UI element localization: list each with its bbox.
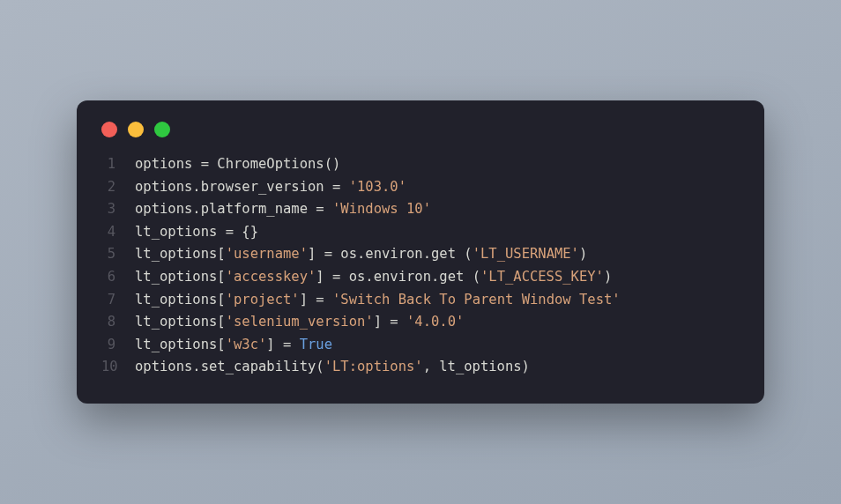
- maximize-icon[interactable]: [154, 122, 170, 137]
- code-token: os.environ.get (: [340, 269, 480, 285]
- code-line: 2options.browser_version = '103.0': [101, 176, 740, 199]
- code-token: options.browser_version: [135, 179, 332, 195]
- line-number: 2: [101, 176, 135, 199]
- code-line: 10options.set_capability('LT:options', l…: [101, 356, 740, 379]
- code-token: '4.0.0': [406, 314, 464, 330]
- code-token: 'username': [226, 246, 308, 262]
- code-token: options.set_capability(: [135, 359, 324, 374]
- code-line: 3options.platform_name = 'Windows 10': [101, 198, 740, 221]
- line-content: lt_options['accesskey'] = os.environ.get…: [135, 266, 612, 289]
- code-token: {}: [234, 224, 258, 240]
- code-token: ]: [266, 337, 283, 352]
- code-token: 'LT_ACCESS_KEY': [480, 269, 604, 285]
- code-token: lt_options[: [135, 292, 226, 308]
- code-token: 'project': [226, 292, 300, 308]
- code-token: ]: [316, 269, 332, 285]
- code-token: 'LT_USERNAME': [473, 246, 579, 262]
- code-token: =: [332, 179, 340, 195]
- code-token: =: [324, 246, 332, 262]
- code-token: =: [201, 156, 209, 172]
- line-content: lt_options['w3c'] = True: [135, 334, 332, 357]
- code-block: 1options = ChromeOptions()2options.brows…: [101, 153, 740, 379]
- line-content: options.set_capability('LT:options', lt_…: [135, 356, 530, 379]
- minimize-icon[interactable]: [128, 122, 144, 137]
- line-number: 4: [101, 221, 135, 244]
- code-window: 1options = ChromeOptions()2options.brows…: [77, 100, 764, 404]
- code-line: 4lt_options = {}: [101, 221, 740, 244]
- line-content: lt_options['username'] = os.environ.get …: [135, 243, 587, 266]
- code-token: ]: [300, 292, 316, 308]
- code-line: 9lt_options['w3c'] = True: [101, 334, 740, 357]
- code-token: options.platform_name: [135, 201, 316, 217]
- code-token: ChromeOptions(): [209, 156, 340, 172]
- code-token: lt_options[: [135, 246, 226, 262]
- code-token: ]: [374, 314, 391, 330]
- code-token: 'w3c': [226, 337, 267, 352]
- code-token: 'Switch Back To Parent Window Test': [332, 292, 621, 308]
- line-number: 7: [101, 289, 135, 312]
- code-token: lt_options[: [135, 314, 226, 330]
- code-line: 1options = ChromeOptions(): [101, 153, 740, 176]
- code-line: 7lt_options['project'] = 'Switch Back To…: [101, 289, 740, 312]
- code-token: 'LT:options': [324, 359, 423, 374]
- code-token: os.environ.get (: [332, 246, 473, 262]
- code-token: [291, 337, 299, 352]
- code-token: lt_options: [135, 224, 226, 240]
- code-token: True: [300, 337, 332, 352]
- code-token: =: [283, 337, 291, 352]
- line-content: options.browser_version = '103.0': [135, 176, 406, 199]
- line-content: options = ChromeOptions(): [135, 153, 340, 176]
- code-token: =: [390, 314, 398, 330]
- code-line: 5lt_options['username'] = os.environ.get…: [101, 243, 740, 266]
- code-token: [398, 314, 406, 330]
- code-token: lt_options[: [135, 269, 226, 285]
- line-number: 3: [101, 198, 135, 221]
- code-token: lt_options[: [135, 337, 226, 352]
- code-token: ): [604, 269, 612, 285]
- code-token: =: [316, 201, 324, 217]
- line-number: 9: [101, 334, 135, 357]
- code-token: ]: [308, 246, 324, 262]
- line-number: 6: [101, 266, 135, 289]
- code-token: =: [316, 292, 324, 308]
- code-token: , lt_options): [423, 359, 530, 374]
- code-token: options: [135, 156, 201, 172]
- line-content: options.platform_name = 'Windows 10': [135, 198, 431, 221]
- line-number: 8: [101, 311, 135, 334]
- code-token: 'Windows 10': [332, 201, 431, 217]
- line-content: lt_options = {}: [135, 221, 258, 244]
- code-token: '103.0': [349, 179, 406, 195]
- close-icon[interactable]: [101, 122, 117, 137]
- code-line: 8lt_options['selenium_version'] = '4.0.0…: [101, 311, 740, 334]
- code-token: 'selenium_version': [226, 314, 374, 330]
- line-number: 1: [101, 153, 135, 176]
- code-line: 6lt_options['accesskey'] = os.environ.ge…: [101, 266, 740, 289]
- code-token: [324, 201, 332, 217]
- code-token: [340, 179, 348, 195]
- code-token: =: [332, 269, 340, 285]
- line-number: 10: [101, 356, 135, 379]
- line-content: lt_options['project'] = 'Switch Back To …: [135, 289, 621, 312]
- code-token: [324, 292, 332, 308]
- line-number: 5: [101, 243, 135, 266]
- code-token: =: [226, 224, 234, 240]
- code-token: ): [579, 246, 587, 262]
- line-content: lt_options['selenium_version'] = '4.0.0': [135, 311, 464, 334]
- code-token: 'accesskey': [226, 269, 316, 285]
- window-titlebar: [101, 122, 740, 153]
